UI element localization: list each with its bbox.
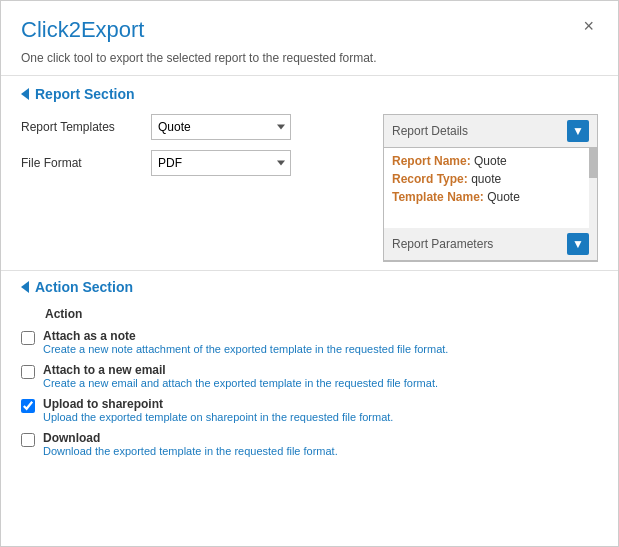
close-button[interactable]: × bbox=[579, 17, 598, 35]
template-name-label: Template Name: bbox=[392, 190, 484, 204]
template-name-value: Quote bbox=[487, 190, 520, 204]
upload-sharepoint-desc: Upload the exported template on sharepoi… bbox=[43, 411, 598, 423]
dialog-header: Click2Export × bbox=[1, 1, 618, 51]
template-label: Report Templates bbox=[21, 120, 141, 134]
template-select-wrapper: Quote bbox=[151, 114, 291, 140]
report-section-title: Report Section bbox=[35, 86, 135, 102]
record-type-line: Record Type: quote bbox=[392, 172, 589, 186]
upload-sharepoint-checkbox[interactable] bbox=[21, 399, 35, 413]
format-select-wrapper: PDF bbox=[151, 150, 291, 176]
report-details-header[interactable]: Report Details ▼ bbox=[384, 115, 597, 148]
report-parameters-header[interactable]: Report Parameters ▼ bbox=[384, 228, 597, 261]
attach-email-text: Attach to a new email Create a new email… bbox=[43, 363, 598, 389]
upload-sharepoint-text: Upload to sharepoint Upload the exported… bbox=[43, 397, 598, 423]
dialog: Click2Export × One click tool to export … bbox=[0, 0, 619, 547]
report-details-chevron-icon[interactable]: ▼ bbox=[567, 120, 589, 142]
template-name-line: Template Name: Quote bbox=[392, 190, 589, 204]
action-item-attach-email: Attach to a new email Create a new email… bbox=[21, 363, 598, 389]
attach-note-checkbox[interactable] bbox=[21, 331, 35, 345]
attach-email-checkbox[interactable] bbox=[21, 365, 35, 379]
record-type-label: Record Type: bbox=[392, 172, 468, 186]
download-text: Download Download the exported template … bbox=[43, 431, 598, 457]
dialog-title: Click2Export bbox=[21, 17, 144, 43]
report-name-line: Report Name: Quote bbox=[392, 154, 589, 168]
download-name: Download bbox=[43, 431, 598, 445]
format-select[interactable]: PDF bbox=[151, 150, 291, 176]
details-scrollbar[interactable] bbox=[589, 148, 597, 228]
action-group-label: Action bbox=[45, 307, 598, 321]
action-section-collapse-icon[interactable] bbox=[21, 281, 29, 293]
dialog-subtitle: One click tool to export the selected re… bbox=[1, 51, 618, 75]
report-section: Report Section Report Templates Quote bbox=[1, 76, 618, 270]
report-panel: Report Details ▼ Report Name: Quote Reco… bbox=[383, 114, 598, 262]
upload-sharepoint-name: Upload to sharepoint bbox=[43, 397, 598, 411]
report-parameters-label: Report Parameters bbox=[392, 237, 493, 251]
download-desc: Download the exported template in the re… bbox=[43, 445, 598, 457]
report-name-label: Report Name: bbox=[392, 154, 471, 168]
report-details-label: Report Details bbox=[392, 124, 468, 138]
action-item-attach-note: Attach as a note Create a new note attac… bbox=[21, 329, 598, 355]
report-parameters-chevron-icon[interactable]: ▼ bbox=[567, 233, 589, 255]
report-section-header: Report Section bbox=[21, 86, 598, 102]
action-section: Action Section Action Attach as a note C… bbox=[1, 271, 618, 473]
report-form-fields: Report Templates Quote File Format PDF bbox=[21, 114, 363, 186]
attach-email-desc: Create a new email and attach the export… bbox=[43, 377, 598, 389]
action-item-download: Download Download the exported template … bbox=[21, 431, 598, 457]
template-row: Report Templates Quote bbox=[21, 114, 363, 140]
details-scrollbar-thumb bbox=[589, 148, 597, 178]
report-details-content: Report Name: Quote Record Type: quote Te… bbox=[384, 148, 597, 228]
action-section-title: Action Section bbox=[35, 279, 133, 295]
report-section-collapse-icon[interactable] bbox=[21, 88, 29, 100]
format-row: File Format PDF bbox=[21, 150, 363, 176]
record-type-value: quote bbox=[471, 172, 501, 186]
report-name-value: Quote bbox=[474, 154, 507, 168]
template-select[interactable]: Quote bbox=[151, 114, 291, 140]
attach-email-name: Attach to a new email bbox=[43, 363, 598, 377]
attach-note-desc: Create a new note attachment of the expo… bbox=[43, 343, 598, 355]
attach-note-name: Attach as a note bbox=[43, 329, 598, 343]
action-item-upload-sharepoint: Upload to sharepoint Upload the exported… bbox=[21, 397, 598, 423]
format-label: File Format bbox=[21, 156, 141, 170]
attach-note-text: Attach as a note Create a new note attac… bbox=[43, 329, 598, 355]
action-section-header: Action Section bbox=[21, 279, 598, 295]
download-checkbox[interactable] bbox=[21, 433, 35, 447]
